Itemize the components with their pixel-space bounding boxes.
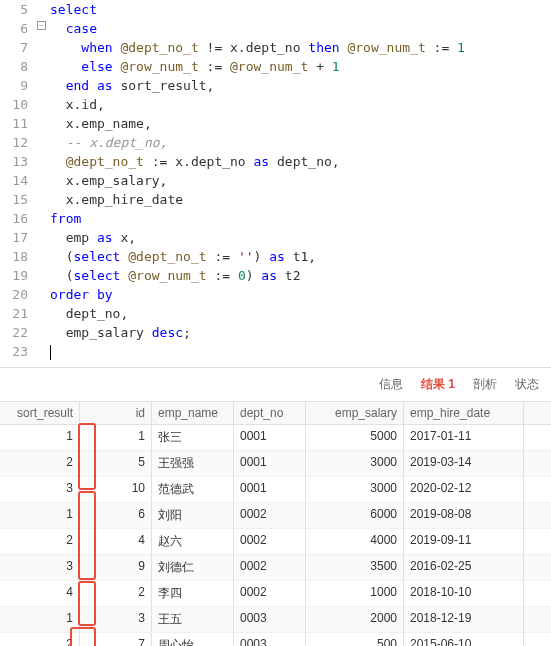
code-line[interactable]: 6− case xyxy=(0,19,551,38)
line-number: 15 xyxy=(0,190,36,209)
cell-name: 张三 xyxy=(152,425,234,450)
table-row[interactable]: 310范德武000130002020-02-12 xyxy=(0,477,551,503)
cell-name: 周心怡 xyxy=(152,633,234,646)
line-number: 20 xyxy=(0,285,36,304)
cell-name: 刘德仁 xyxy=(152,555,234,580)
cell-name: 刘阳 xyxy=(152,503,234,528)
cell-sal: 6000 xyxy=(306,503,404,528)
col-emp-hire-date[interactable]: emp_hire_date xyxy=(404,402,524,424)
code-content[interactable] xyxy=(36,342,551,361)
cell-sort: 3 xyxy=(0,477,80,502)
fold-icon[interactable]: − xyxy=(37,21,46,30)
cell-date: 2015-06-10 xyxy=(404,633,524,646)
code-content[interactable]: x.emp_hire_date xyxy=(36,190,551,209)
code-content[interactable]: order by xyxy=(36,285,551,304)
tab-1[interactable]: 结果 1 xyxy=(421,376,455,393)
code-content[interactable]: x.emp_name, xyxy=(36,114,551,133)
code-line[interactable]: 10 x.id, xyxy=(0,95,551,114)
cell-sal: 2000 xyxy=(306,607,404,632)
code-content[interactable]: @dept_no_t := x.dept_no as dept_no, xyxy=(36,152,551,171)
code-line[interactable]: 23 xyxy=(0,342,551,361)
line-number: 11 xyxy=(0,114,36,133)
code-content[interactable]: x.id, xyxy=(36,95,551,114)
table-row[interactable]: 42李四000210002018-10-10 xyxy=(0,581,551,607)
cell-dept: 0001 xyxy=(234,451,306,476)
line-number: 16 xyxy=(0,209,36,228)
code-content[interactable]: emp_salary desc; xyxy=(36,323,551,342)
cell-sal: 1000 xyxy=(306,581,404,606)
code-line[interactable]: 20order by xyxy=(0,285,551,304)
code-line[interactable]: 22 emp_salary desc; xyxy=(0,323,551,342)
code-line[interactable]: 11 x.emp_name, xyxy=(0,114,551,133)
code-content[interactable]: select xyxy=(36,0,551,19)
col-emp-name[interactable]: emp_name xyxy=(152,402,234,424)
col-dept-no[interactable]: dept_no xyxy=(234,402,306,424)
code-content[interactable]: end as sort_result, xyxy=(36,76,551,95)
cell-sort: 1 xyxy=(0,607,80,632)
code-content[interactable]: (select @row_num_t := 0) as t2 xyxy=(36,266,551,285)
code-line[interactable]: 7 when @dept_no_t != x.dept_no then @row… xyxy=(0,38,551,57)
table-row[interactable]: 39刘德仁000235002016-02-25 xyxy=(0,555,551,581)
tab-3[interactable]: 状态 xyxy=(515,376,539,393)
code-line[interactable]: 18 (select @dept_no_t := '') as t1, xyxy=(0,247,551,266)
line-number: 21 xyxy=(0,304,36,323)
code-line[interactable]: 13 @dept_no_t := x.dept_no as dept_no, xyxy=(0,152,551,171)
cell-sal: 500 xyxy=(306,633,404,646)
code-content[interactable]: -- x.dept_no, xyxy=(36,133,551,152)
table-row[interactable]: 16刘阳000260002019-08-08 xyxy=(0,503,551,529)
tab-2[interactable]: 剖析 xyxy=(473,376,497,393)
table-row[interactable]: 24赵六000240002019-09-11 xyxy=(0,529,551,555)
line-number: 7 xyxy=(0,38,36,57)
code-content[interactable]: dept_no, xyxy=(36,304,551,323)
cell-name: 赵六 xyxy=(152,529,234,554)
col-sort-result[interactable]: sort_result xyxy=(0,402,80,424)
code-line[interactable]: 8 else @row_num_t := @row_num_t + 1 xyxy=(0,57,551,76)
code-line[interactable]: 17 emp as x, xyxy=(0,228,551,247)
table-row[interactable]: 13王五000320002018-12-19 xyxy=(0,607,551,633)
cell-dept: 0001 xyxy=(234,425,306,450)
line-number: 5 xyxy=(0,0,36,19)
cell-id: 3 xyxy=(80,607,152,632)
line-number: 13 xyxy=(0,152,36,171)
cell-name: 李四 xyxy=(152,581,234,606)
cell-dept: 0002 xyxy=(234,503,306,528)
code-content[interactable]: (select @dept_no_t := '') as t1, xyxy=(36,247,551,266)
code-line[interactable]: 9 end as sort_result, xyxy=(0,76,551,95)
code-content[interactable]: x.emp_salary, xyxy=(36,171,551,190)
code-content[interactable]: else @row_num_t := @row_num_t + 1 xyxy=(36,57,551,76)
col-id[interactable]: id xyxy=(80,402,152,424)
cell-sal: 3000 xyxy=(306,451,404,476)
line-number: 19 xyxy=(0,266,36,285)
code-editor[interactable]: 5select6− case7 when @dept_no_t != x.dep… xyxy=(0,0,551,361)
code-content[interactable]: from xyxy=(36,209,551,228)
code-line[interactable]: 15 x.emp_hire_date xyxy=(0,190,551,209)
code-line[interactable]: 12 -- x.dept_no, xyxy=(0,133,551,152)
tab-0[interactable]: 信息 xyxy=(379,376,403,393)
col-emp-salary[interactable]: emp_salary xyxy=(306,402,404,424)
line-number: 10 xyxy=(0,95,36,114)
code-content[interactable]: when @dept_no_t != x.dept_no then @row_n… xyxy=(36,38,551,57)
cell-name: 王五 xyxy=(152,607,234,632)
code-line[interactable]: 19 (select @row_num_t := 0) as t2 xyxy=(0,266,551,285)
result-tabs: 信息结果 1剖析状态 xyxy=(0,367,551,401)
code-content[interactable]: case xyxy=(36,19,551,38)
cell-sort: 4 xyxy=(0,581,80,606)
cell-id: 6 xyxy=(80,503,152,528)
code-line[interactable]: 14 x.emp_salary, xyxy=(0,171,551,190)
cell-dept: 0002 xyxy=(234,529,306,554)
cell-id: 10 xyxy=(80,477,152,502)
table-row[interactable]: 27周心怡00035002015-06-10 xyxy=(0,633,551,646)
grid-header: sort_result id emp_name dept_no emp_sala… xyxy=(0,402,551,425)
code-line[interactable]: 16from xyxy=(0,209,551,228)
code-line[interactable]: 5select xyxy=(0,0,551,19)
cell-dept: 0002 xyxy=(234,581,306,606)
cell-dept: 0001 xyxy=(234,477,306,502)
cell-sort: 1 xyxy=(0,503,80,528)
line-number: 17 xyxy=(0,228,36,247)
table-row[interactable]: 25王强强000130002019-03-14 xyxy=(0,451,551,477)
cell-sal: 3500 xyxy=(306,555,404,580)
table-row[interactable]: 11张三000150002017-01-11 xyxy=(0,425,551,451)
code-content[interactable]: emp as x, xyxy=(36,228,551,247)
code-line[interactable]: 21 dept_no, xyxy=(0,304,551,323)
cell-sal: 5000 xyxy=(306,425,404,450)
